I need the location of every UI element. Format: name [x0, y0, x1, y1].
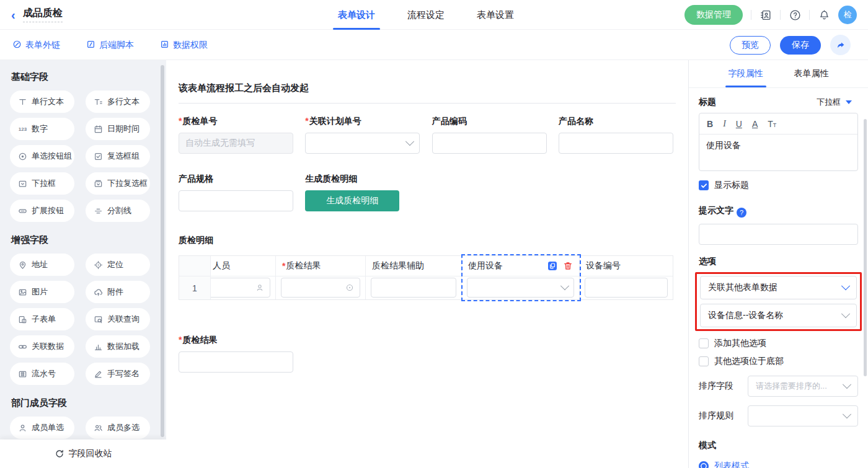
field-item-extend-button[interactable]: 扩展按钮: [10, 200, 74, 222]
copy-icon[interactable]: [547, 261, 557, 271]
field-generate-detail[interactable]: 生成质检明细 生成质检明细: [305, 174, 420, 211]
qc-no-input[interactable]: 自动生成无需填写: [179, 133, 293, 154]
option-dataset-select[interactable]: 设备信息--设备名称: [700, 304, 857, 327]
field-item-member-multi[interactable]: 成员多选: [86, 417, 150, 439]
form-hint-title: 该表单流程报工之后会自动发起: [179, 82, 676, 94]
form-title[interactable]: 成品质检: [23, 7, 63, 22]
product-code-input[interactable]: [432, 133, 547, 154]
list-mode-radio[interactable]: 列表模式: [699, 461, 858, 468]
field-item-data-load[interactable]: 数据加载: [86, 335, 150, 358]
sidebar-scrollbar[interactable]: [161, 65, 164, 437]
contact-book-icon[interactable]: [760, 9, 772, 21]
chevron-down-icon: [841, 309, 850, 318]
field-product-spec[interactable]: 产品规格: [179, 174, 293, 211]
device-no-cell[interactable]: [580, 276, 673, 299]
member-cell-input[interactable]: [211, 278, 270, 298]
field-item-linked-data[interactable]: 关联数据: [10, 335, 74, 358]
field-item-signature[interactable]: 手写签名: [86, 363, 150, 385]
panel-scrollbar[interactable]: [864, 119, 867, 376]
field-item-attachment[interactable]: 附件: [86, 281, 150, 303]
notification-bell-icon[interactable]: [818, 9, 830, 21]
tab-form-properties[interactable]: 表单属性: [794, 60, 829, 87]
external-link-button[interactable]: 表单外链: [12, 40, 60, 51]
product-name-input[interactable]: [559, 133, 673, 154]
field-item-location[interactable]: 定位: [86, 254, 150, 276]
bar-chart-icon: [94, 342, 103, 351]
field-item-number[interactable]: 123数字: [10, 118, 74, 140]
tab-flow-setting[interactable]: 流程设定: [407, 0, 445, 30]
italic-button[interactable]: I: [723, 119, 726, 129]
font-color-button[interactable]: A: [752, 119, 758, 129]
show-title-checkbox[interactable]: 显示标题: [699, 180, 858, 191]
help-icon[interactable]: [789, 9, 801, 21]
field-qc-no[interactable]: *质检单号 自动生成无需填写: [179, 116, 293, 154]
preview-button[interactable]: 预览: [730, 36, 771, 55]
help-icon[interactable]: ?: [737, 208, 746, 218]
qc-result-aux-cell-input[interactable]: [371, 278, 456, 298]
col-header-qc-result[interactable]: *质检结果: [276, 256, 366, 276]
col-header-qc-result-aux[interactable]: 质检结果辅助: [366, 256, 462, 276]
product-spec-input[interactable]: [179, 190, 293, 211]
device-no-cell-input[interactable]: [585, 278, 668, 298]
qc-result-cell-input[interactable]: [281, 278, 360, 298]
checkbox-unchecked-icon: [699, 356, 709, 366]
qc-result-cell[interactable]: [276, 276, 366, 299]
font-size-button[interactable]: T: [768, 119, 776, 129]
field-product-name[interactable]: 产品名称: [559, 116, 673, 154]
plan-no-select[interactable]: [305, 133, 420, 154]
share-button[interactable]: [830, 35, 851, 55]
field-item-address[interactable]: 地址: [10, 254, 74, 276]
field-item-multi-line-text[interactable]: 多行文本: [86, 91, 150, 113]
bold-button[interactable]: B: [707, 119, 713, 129]
col-header-device-no[interactable]: 设备编号: [580, 256, 673, 276]
field-recycle-bin[interactable]: 字段回收站: [0, 439, 166, 468]
sort-field-select[interactable]: 请选择需要排序的...: [748, 376, 858, 397]
add-other-option-checkbox[interactable]: 添加其他选项: [699, 338, 858, 349]
qc-result-input[interactable]: [179, 351, 293, 373]
member-cell[interactable]: [211, 276, 276, 299]
field-type-select[interactable]: 下拉框: [810, 93, 858, 112]
field-qc-result[interactable]: *质检结果: [179, 335, 676, 373]
device-used-select[interactable]: [467, 278, 574, 298]
field-item-datetime[interactable]: 日期时间: [86, 118, 150, 140]
data-permission-button[interactable]: 数据权限: [160, 40, 208, 51]
save-button[interactable]: 保存: [780, 36, 821, 55]
field-item-checkbox-group[interactable]: 复选框组: [86, 145, 150, 167]
hint-text-input[interactable]: [699, 224, 858, 245]
col-header-device-used[interactable]: 使用设备: [462, 256, 580, 276]
data-manage-button[interactable]: 数据管理: [684, 5, 743, 25]
field-item-single-line-text[interactable]: 单行文本: [10, 91, 74, 113]
title-editor-text[interactable]: 使用设备: [699, 135, 857, 170]
sort-rule-select[interactable]: [748, 405, 858, 426]
field-product-code[interactable]: 产品编码: [432, 116, 547, 154]
tab-form-design[interactable]: 表单设计: [338, 0, 375, 30]
field-plan-no[interactable]: *关联计划单号: [305, 116, 420, 154]
user-avatar[interactable]: 检: [838, 6, 857, 24]
extend-button-icon: [18, 206, 27, 216]
other-option-bottom-checkbox[interactable]: 其他选项位于底部: [699, 356, 858, 367]
field-item-member-single[interactable]: 成员单选: [10, 417, 74, 439]
tab-form-setting[interactable]: 表单设置: [477, 0, 514, 30]
tab-field-properties[interactable]: 字段属性: [728, 60, 763, 87]
subform-icon: [18, 315, 27, 324]
field-item-image[interactable]: 图片: [10, 281, 74, 303]
subform-table: 人员 *质检结果 质检结果辅助 使用设备 设备编号 1: [179, 255, 673, 300]
person-icon: [18, 423, 27, 433]
qc-result-aux-cell[interactable]: [366, 276, 462, 299]
underline-button[interactable]: U: [736, 119, 742, 129]
field-item-radio-group[interactable]: 单选按钮组: [10, 145, 74, 167]
delete-icon[interactable]: [563, 261, 573, 271]
field-item-subform[interactable]: 子表单: [10, 308, 74, 330]
checkbox-icon: [94, 152, 103, 161]
option-source-select[interactable]: 关联其他表单数据: [700, 276, 857, 299]
generate-detail-button[interactable]: 生成质检明细: [305, 190, 399, 211]
col-header-member[interactable]: 人员: [211, 256, 276, 276]
device-used-cell[interactable]: [462, 276, 580, 299]
back-button[interactable]: ‹: [11, 9, 16, 21]
field-item-multi-select[interactable]: 下拉复选框: [86, 172, 150, 195]
field-item-select[interactable]: 下拉框: [10, 172, 74, 195]
field-item-lookup-query[interactable]: 关联查询: [86, 308, 150, 330]
field-item-serial-number[interactable]: 流水号: [10, 363, 74, 385]
backend-script-button[interactable]: 后端脚本: [86, 40, 134, 51]
field-item-divider[interactable]: 分割线: [86, 200, 150, 222]
